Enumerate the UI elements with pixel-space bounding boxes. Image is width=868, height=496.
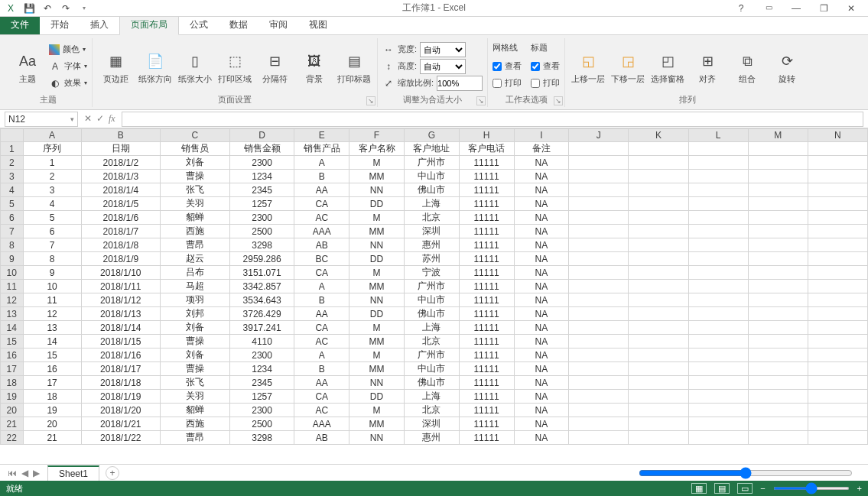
cell[interactable] bbox=[688, 225, 748, 238]
column-header[interactable]: N bbox=[808, 129, 867, 142]
column-header[interactable]: K bbox=[629, 129, 688, 142]
cell[interactable]: 2959.286 bbox=[229, 252, 294, 266]
cell[interactable]: NA bbox=[514, 307, 569, 321]
cell[interactable]: NA bbox=[514, 183, 569, 197]
cell[interactable]: 备注 bbox=[514, 142, 569, 156]
cell[interactable]: 2018/1/18 bbox=[81, 376, 160, 390]
cell[interactable] bbox=[808, 307, 867, 321]
cell[interactable]: 2018/1/3 bbox=[81, 170, 160, 183]
cell[interactable]: 11111 bbox=[459, 362, 514, 376]
rotate-button[interactable]: ⟳旋转 bbox=[769, 42, 805, 91]
cell[interactable]: DD bbox=[349, 197, 405, 211]
cell[interactable] bbox=[748, 376, 808, 390]
zoom-in-icon[interactable]: + bbox=[857, 484, 862, 493]
cell[interactable]: 1257 bbox=[229, 390, 294, 404]
cell[interactable]: 5 bbox=[23, 211, 81, 225]
cell[interactable] bbox=[688, 156, 748, 170]
cell[interactable]: 17 bbox=[23, 376, 81, 390]
cell[interactable] bbox=[629, 225, 688, 238]
cell[interactable]: 北京 bbox=[404, 211, 459, 225]
cell[interactable]: 曹昂 bbox=[161, 431, 230, 445]
row-header[interactable]: 13 bbox=[1, 307, 24, 321]
cell[interactable]: 惠州 bbox=[404, 431, 459, 445]
cell[interactable]: 11111 bbox=[459, 431, 514, 445]
cell[interactable]: 10 bbox=[23, 280, 81, 293]
cell[interactable]: NA bbox=[514, 376, 569, 390]
cell[interactable]: 9 bbox=[23, 266, 81, 280]
cell[interactable]: 吕布 bbox=[161, 266, 230, 280]
cell[interactable]: AC bbox=[294, 404, 349, 417]
cell[interactable]: NN bbox=[349, 293, 405, 307]
tab-formulas[interactable]: 公式 bbox=[179, 15, 219, 34]
cell[interactable] bbox=[569, 431, 629, 445]
cell[interactable]: 项羽 bbox=[161, 293, 230, 307]
cell[interactable]: 11111 bbox=[459, 156, 514, 170]
cell[interactable] bbox=[808, 293, 867, 307]
cell[interactable]: NA bbox=[514, 293, 569, 307]
cell[interactable]: 西施 bbox=[161, 417, 230, 431]
cell[interactable]: 赵云 bbox=[161, 252, 230, 266]
cell[interactable]: 佛山市 bbox=[404, 183, 459, 197]
theme-colors-button[interactable]: 颜色▾ bbox=[49, 42, 87, 57]
cell[interactable]: 2300 bbox=[229, 156, 294, 170]
send-backward-button[interactable]: ◲下移一层 bbox=[610, 42, 646, 91]
cell[interactable] bbox=[569, 183, 629, 197]
column-header[interactable]: M bbox=[748, 129, 808, 142]
cell[interactable] bbox=[688, 183, 748, 197]
cell[interactable] bbox=[569, 390, 629, 404]
cell[interactable]: 2300 bbox=[229, 404, 294, 417]
cell[interactable]: 中山市 bbox=[404, 293, 459, 307]
row-header[interactable]: 17 bbox=[1, 362, 24, 376]
cell[interactable] bbox=[629, 252, 688, 266]
cell[interactable] bbox=[808, 404, 867, 417]
cell[interactable] bbox=[569, 335, 629, 348]
cell[interactable]: DD bbox=[349, 390, 405, 404]
cell[interactable]: 19 bbox=[23, 404, 81, 417]
cell[interactable]: 销售产品 bbox=[294, 142, 349, 156]
cell[interactable] bbox=[748, 280, 808, 293]
cell[interactable]: CA bbox=[294, 266, 349, 280]
row-header[interactable]: 9 bbox=[1, 252, 24, 266]
size-button[interactable]: ▯纸张大小 bbox=[177, 42, 213, 91]
cell[interactable]: 20 bbox=[23, 417, 81, 431]
cell[interactable] bbox=[808, 390, 867, 404]
tab-file[interactable]: 文件 bbox=[0, 15, 40, 34]
cell[interactable]: 中山市 bbox=[404, 170, 459, 183]
cell[interactable]: NA bbox=[514, 266, 569, 280]
cell[interactable] bbox=[688, 252, 748, 266]
cell[interactable]: MM bbox=[349, 225, 405, 238]
column-header[interactable]: C bbox=[161, 129, 230, 142]
cell[interactable] bbox=[688, 307, 748, 321]
cell[interactable] bbox=[569, 417, 629, 431]
add-sheet-button[interactable]: + bbox=[106, 466, 119, 480]
column-header[interactable]: G bbox=[404, 129, 459, 142]
cell[interactable] bbox=[569, 252, 629, 266]
cell[interactable] bbox=[748, 417, 808, 431]
cell[interactable] bbox=[629, 170, 688, 183]
cell[interactable]: 18 bbox=[23, 390, 81, 404]
group-button[interactable]: ⧉组合 bbox=[729, 42, 766, 91]
cell[interactable] bbox=[569, 266, 629, 280]
cell[interactable]: NN bbox=[349, 431, 405, 445]
cell[interactable] bbox=[629, 362, 688, 376]
cell[interactable] bbox=[748, 142, 808, 156]
cell[interactable]: 11111 bbox=[459, 183, 514, 197]
cell[interactable]: NA bbox=[514, 417, 569, 431]
tab-review[interactable]: 审阅 bbox=[258, 15, 298, 34]
print-titles-button[interactable]: ▤打印标题 bbox=[336, 42, 372, 91]
cancel-formula-icon[interactable]: ✕ bbox=[84, 113, 92, 125]
cell[interactable]: 刘备 bbox=[161, 156, 230, 170]
print-area-button[interactable]: ⬚打印区域 bbox=[216, 42, 253, 91]
cell[interactable] bbox=[748, 335, 808, 348]
cell[interactable]: 16 bbox=[23, 362, 81, 376]
cell[interactable]: 刘备 bbox=[161, 321, 230, 335]
cell[interactable]: NA bbox=[514, 390, 569, 404]
cell[interactable]: MM bbox=[349, 362, 405, 376]
cell[interactable]: 关羽 bbox=[161, 197, 230, 211]
cell[interactable]: MM bbox=[349, 280, 405, 293]
spreadsheet-grid[interactable]: ABCDEFGHIJKLMN1序列日期销售员销售金额销售产品客户名称客户地址客户… bbox=[0, 128, 868, 464]
cell[interactable] bbox=[569, 225, 629, 238]
cell[interactable] bbox=[808, 225, 867, 238]
cell[interactable] bbox=[808, 431, 867, 445]
row-header[interactable]: 21 bbox=[1, 417, 24, 431]
